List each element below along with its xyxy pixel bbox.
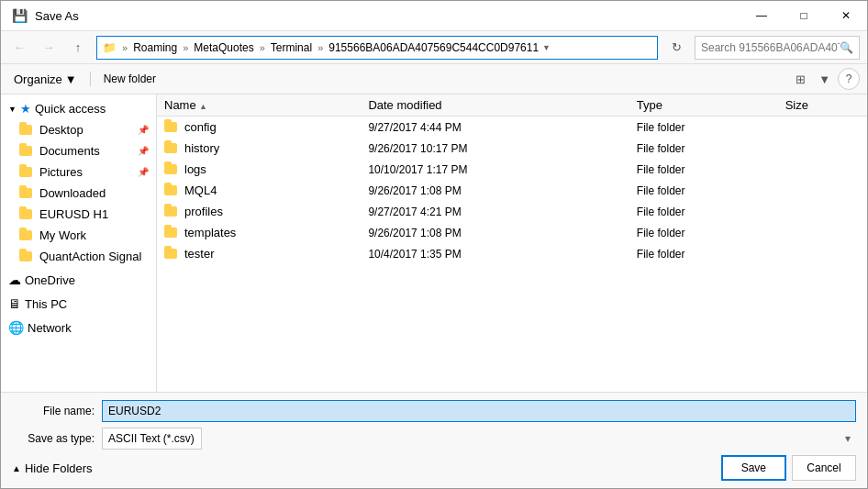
table-row[interactable]: logs 10/10/2017 1:17 PM File folder [157,159,867,180]
onedrive-item[interactable]: ☁ OneDrive [1,269,156,291]
sort-arrow-name: ▲ [199,102,207,111]
organize-button[interactable]: Organize ▼ [8,71,83,88]
up-button[interactable]: ↑ [67,37,89,59]
file-size [778,201,867,222]
thispc-section: 🖥 This PC [1,293,156,315]
main-panel: Name ▲ Date modified Type Size config 9/… [157,94,867,392]
file-type: File folder [629,222,778,243]
col-name[interactable]: Name ▲ [157,94,361,117]
breadcrumb-id[interactable]: 915566BA06ADA407569C544CC0D97611 [328,41,539,54]
file-date: 9/26/2017 10:17 PM [361,138,629,159]
table-row[interactable]: MQL4 9/26/2017 1:08 PM File folder [157,180,867,201]
cancel-button[interactable]: Cancel [792,455,856,481]
refresh-button[interactable]: ↻ [665,37,687,59]
file-size [778,159,867,180]
hide-folders-chevron-icon: ▲ [12,463,21,473]
sidebar: ▼ ★ Quick access Desktop 📌 Documents 📌 P… [1,94,157,392]
bottom-actions: ▲ Hide Folders Save Cancel [12,455,856,481]
view-dropdown-icon[interactable]: ▼ [818,72,830,86]
address-dropdown-icon[interactable]: ▼ [542,43,551,52]
file-type: File folder [629,159,778,180]
folder-icon [164,246,179,261]
breadcrumb-metaquotes[interactable]: MetaQuotes [194,41,253,54]
sidebar-item-eurusd[interactable]: EURUSD H1 [1,204,156,225]
window-title: Save As [35,9,79,23]
forward-button[interactable]: → [38,37,60,59]
table-row[interactable]: templates 9/26/2017 1:08 PM File folder [157,222,867,243]
minimize-button[interactable]: — [740,1,783,30]
action-buttons: Save Cancel [721,455,856,481]
help-button[interactable]: ? [838,68,860,90]
sidebar-item-downloaded[interactable]: Downloaded [1,183,156,204]
table-row[interactable]: config 9/27/2017 4:44 PM File folder [157,117,867,139]
table-row[interactable]: history 9/26/2017 10:17 PM File folder [157,138,867,159]
table-row[interactable]: profiles 9/27/2017 4:21 PM File folder [157,201,867,222]
folder-icon [164,161,179,177]
back-button[interactable]: ← [8,37,30,59]
file-date: 10/4/2017 1:35 PM [361,243,629,264]
quick-access-collapse-icon: ▼ [8,105,17,114]
close-button[interactable]: ✕ [825,1,867,30]
hide-folders-area: ▲ Hide Folders [12,461,93,475]
savetype-select[interactable]: ASCII Text (*.csv) [102,428,202,450]
content-area: ▼ ★ Quick access Desktop 📌 Documents 📌 P… [1,94,867,392]
file-type: File folder [629,201,778,222]
sidebar-item-documents[interactable]: Documents 📌 [1,140,156,161]
file-name: profiles [184,205,223,218]
file-name: logs [184,162,206,176]
table-row[interactable]: tester 10/4/2017 1:35 PM File folder [157,243,867,264]
mywork-folder-icon [19,228,34,243]
file-type: File folder [629,243,778,264]
pin-icon: 📌 [138,125,149,135]
file-date: 9/27/2017 4:21 PM [361,201,629,222]
sidebar-item-pictures[interactable]: Pictures 📌 [1,161,156,183]
bottom-bar: File name: Save as type: ASCII Text (*.c… [1,392,867,488]
col-size[interactable]: Size [778,94,867,117]
savetype-label: Save as type: [12,432,95,445]
col-type[interactable]: Type [629,94,778,117]
network-item[interactable]: 🌐 Network [1,317,156,339]
quick-access-section: ▼ ★ Quick access Desktop 📌 Documents 📌 P… [1,98,156,267]
file-type: File folder [629,117,778,139]
pin-icon: 📌 [138,167,149,177]
breadcrumb-icon: 📁 [103,41,117,54]
folder-icon [164,140,179,156]
filename-input[interactable] [102,400,856,422]
hide-folders-button[interactable]: ▲ Hide Folders [12,461,93,475]
quick-access-header[interactable]: ▼ ★ Quick access [1,98,156,119]
breadcrumb-roaming[interactable]: Roaming [133,41,177,54]
view-options-button[interactable]: ⊞ [789,68,811,90]
breadcrumb-terminal[interactable]: Terminal [271,41,312,54]
savetype-row: Save as type: ASCII Text (*.csv) [12,428,856,450]
quantaction-folder-icon [19,249,34,264]
organize-dropdown-icon: ▼ [65,72,77,86]
sidebar-item-mywork[interactable]: My Work [1,225,156,246]
col-date[interactable]: Date modified [361,94,629,117]
file-name: MQL4 [184,183,217,197]
savetype-select-wrapper: ASCII Text (*.csv) [102,428,856,450]
desktop-folder-icon [19,122,34,138]
maximize-button[interactable]: □ [783,1,825,30]
file-date: 9/26/2017 1:08 PM [361,180,629,201]
window-icon: 💾 [12,8,28,23]
action-bar: Organize ▼ New folder ⊞ ▼ ? [1,64,867,94]
file-name: config [184,120,217,134]
thispc-item[interactable]: 🖥 This PC [1,293,156,315]
filename-label: File name: [12,405,95,417]
sidebar-item-desktop[interactable]: Desktop 📌 [1,119,156,140]
pictures-folder-icon [19,164,34,180]
title-bar: 💾 Save As — □ ✕ [1,1,867,31]
file-size [778,138,867,159]
new-folder-button[interactable]: New folder [98,71,161,87]
onedrive-section: ☁ OneDrive [1,269,156,291]
file-date: 10/10/2017 1:17 PM [361,159,629,180]
save-as-dialog: 💾 Save As — □ ✕ ← → ↑ 📁 » Roaming » Meta… [0,0,868,489]
action-separator [90,72,91,86]
file-table: Name ▲ Date modified Type Size config 9/… [157,94,867,264]
address-toolbar: ← → ↑ 📁 » Roaming » MetaQuotes » Termina… [1,31,867,64]
sidebar-item-quantaction[interactable]: QuantAction Signal [1,246,156,267]
address-bar[interactable]: 📁 » Roaming » MetaQuotes » Terminal » 91… [96,36,658,60]
save-button[interactable]: Save [721,455,786,481]
pin-icon: 📌 [138,146,149,156]
search-input[interactable] [701,41,840,54]
